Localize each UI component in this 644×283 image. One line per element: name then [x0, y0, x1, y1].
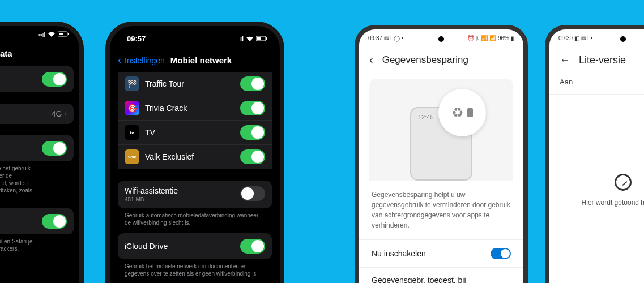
- nav-bar: ‹ Instellingen Mobiel netwerk: [110, 51, 280, 72]
- chevron-right-icon: ›: [64, 109, 67, 118]
- description-text: modus kun je het gebruik rken. Wanneer d…: [0, 161, 74, 208]
- app-row[interactable]: Valk Valk Exclusief: [118, 145, 272, 169]
- gauge-icon: [615, 174, 632, 191]
- camera-cutout: [620, 36, 626, 42]
- battery-icon: ▮: [511, 35, 514, 41]
- more-icon: •: [402, 35, 404, 41]
- app-icon: 🏁: [125, 76, 139, 91]
- message-icon: ✉: [384, 35, 389, 41]
- status-time: 09:37: [368, 35, 382, 41]
- nav-title: Lite-versie: [579, 54, 626, 66]
- more-icon: •: [591, 35, 593, 41]
- modus-row[interactable]: odus: [0, 135, 74, 161]
- app-icon: tv: [125, 125, 139, 140]
- nav-title: Gegevensbesparing: [382, 54, 468, 66]
- toggle-switch[interactable]: [240, 125, 265, 140]
- app-row[interactable]: tv TV: [118, 121, 272, 145]
- svg-rect-2: [68, 33, 69, 35]
- back-icon[interactable]: ‹: [369, 53, 373, 66]
- alarm-icon: ⏰: [467, 35, 474, 41]
- icloud-drive-row[interactable]: iCloud Drive: [118, 233, 272, 259]
- phone-ios-settings-partial: ••ıl mobiele data ta 4G › odus modus kun…: [0, 26, 79, 283]
- notification-icon: ✉: [581, 35, 586, 41]
- toggle-switch[interactable]: [240, 239, 265, 254]
- signal-icon: ••ıl: [38, 31, 45, 38]
- wifi-assist-row[interactable]: Wifi-assistentie 451 MB: [118, 181, 272, 208]
- status-time: 09:57: [127, 35, 146, 43]
- phone-ios-mobile-network: 09:57 ıl ‹ Instellingen Mobiel netwerk 🏁…: [110, 26, 280, 283]
- data-type-row[interactable]: ta 4G ›: [0, 104, 74, 124]
- tracking-row[interactable]: acking: [0, 208, 74, 234]
- nav-title: Mobiel netwerk: [170, 55, 232, 65]
- gauge-text: Hier wordt getoond hoeveel: [582, 199, 644, 207]
- notch: [164, 26, 226, 41]
- battery-icon: [467, 108, 473, 117]
- nav-bar: ← Lite-versie: [549, 46, 644, 74]
- battery-icon: [58, 31, 69, 38]
- status-bar: ••ıl: [0, 26, 79, 43]
- wifi-icon: 📶: [481, 35, 488, 41]
- facebook-icon: f: [587, 35, 589, 41]
- wifi-icon: [48, 31, 56, 38]
- back-arrow-icon[interactable]: ←: [560, 54, 570, 66]
- toggle-row[interactable]: [0, 66, 74, 92]
- status-bar: 09:39 ◧ ✉ f •: [549, 29, 644, 46]
- signal-icon: ıl: [240, 35, 244, 42]
- nav-bar: ‹ Gegevensbesparing: [359, 46, 523, 73]
- description-text: ig door in Mail en Safari je or bekende …: [0, 234, 74, 259]
- back-label[interactable]: Instellingen: [125, 56, 165, 65]
- svg-rect-4: [257, 37, 261, 40]
- messenger-icon: ◯: [394, 35, 400, 41]
- info-text: Gegevensbesparing helpt u uw gegevensgeb…: [359, 181, 523, 239]
- description-text: Gebruik het mobiele netwerk om documente…: [118, 259, 272, 283]
- battery-text: 96%: [498, 35, 509, 41]
- svg-rect-5: [266, 37, 267, 40]
- illustration: 12:45 ♻: [369, 79, 513, 181]
- svg-rect-1: [59, 33, 63, 35]
- app-row[interactable]: 🎯 Trivia Crack: [118, 96, 272, 121]
- phone-android-lite-version: 09:39 ◧ ✉ f • ← Lite-versie Aan Hier wor…: [549, 29, 644, 283]
- toggle-switch[interactable]: [42, 214, 67, 229]
- bluetooth-icon: ᛒ: [476, 35, 479, 41]
- toggle-switch[interactable]: [491, 248, 511, 259]
- phone-android-data-saver: 09:37 ✉ f ◯ • ⏰ ᛒ 📶 📶 96% ▮ ‹ Gegevensbe…: [359, 29, 523, 283]
- recycle-icon: ♻: [451, 105, 464, 121]
- app-icon: Valk: [125, 149, 139, 164]
- wifi-icon: [246, 36, 254, 41]
- toggle-switch[interactable]: [240, 76, 265, 91]
- app-icon: 🎯: [125, 101, 139, 115]
- toggle-switch[interactable]: [42, 72, 67, 87]
- toggle-switch[interactable]: [240, 101, 265, 115]
- camera-cutout: [438, 36, 444, 42]
- magnifier-lens: ♻: [438, 89, 486, 136]
- allow-data-row[interactable]: Gegevensgebr. toegest. bij: [359, 267, 523, 283]
- notification-icon: ◧: [574, 35, 579, 41]
- toggle-switch[interactable]: [240, 186, 265, 201]
- signal-icon: 📶: [489, 35, 496, 41]
- back-icon[interactable]: ‹: [118, 54, 121, 66]
- enable-row[interactable]: Nu inschakelen: [359, 239, 523, 267]
- toggle-switch[interactable]: [240, 149, 265, 164]
- toggle-switch[interactable]: [42, 141, 67, 156]
- app-row[interactable]: 🏁 Traffic Tour: [118, 72, 272, 96]
- description-text: Gebruik automatisch mobieledataverbindin…: [118, 208, 272, 233]
- status-time: 09:39: [558, 35, 573, 41]
- battery-icon: [256, 36, 267, 41]
- facebook-icon: f: [390, 35, 392, 41]
- gauge-area: Hier wordt getoond hoeveel: [549, 95, 644, 207]
- page-title: mobiele data: [0, 43, 74, 66]
- status-text: Aan: [549, 74, 644, 95]
